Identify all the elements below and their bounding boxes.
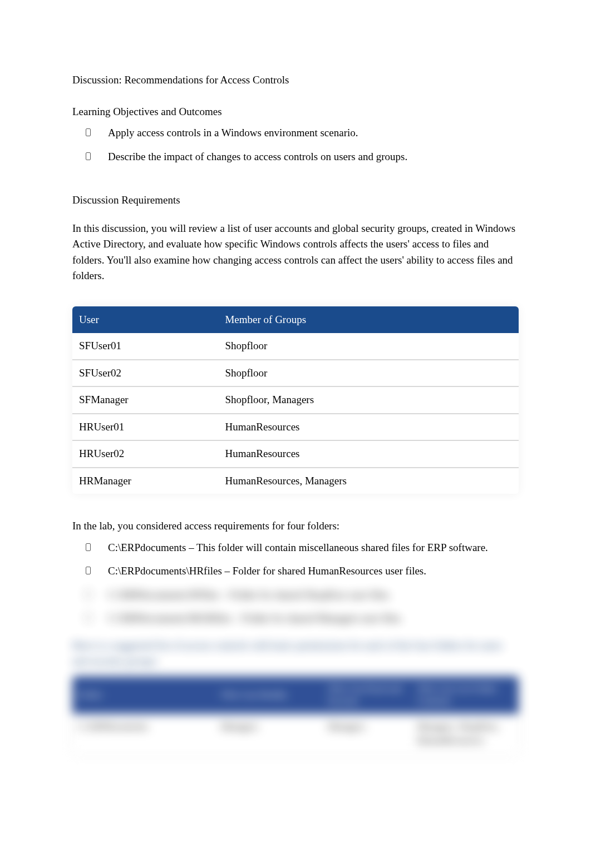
table-row: C:\ERPdocuments Managers Managers Manage… <box>72 714 519 753</box>
cell-user: HRUser01 <box>72 414 218 441</box>
permissions-table: Folder Who Can Modify Who Can Read and E… <box>72 676 519 753</box>
cell-folder: C:\ERPdocuments <box>72 714 215 753</box>
cell-modify: Managers <box>215 714 322 753</box>
column-header-groups: Member of Groups <box>218 306 519 334</box>
table-row: HRUser01 HumanResources <box>72 414 519 441</box>
cell-user: SFManager <box>72 386 218 414</box>
cell-list: Managers, Shopfloor, HumanResources <box>411 714 519 753</box>
list-item: Describe the impact of changes to access… <box>86 149 519 165</box>
cell-user: HRManager <box>72 468 218 494</box>
list-item: C:\ERPdocuments\SFfiles – Folder for sha… <box>86 587 519 603</box>
page-title: Discussion: Recommendations for Access C… <box>72 72 519 88</box>
blurred-paragraph: Here is a suggested list of access contr… <box>72 638 519 669</box>
table-header-row: User Member of Groups <box>72 306 519 334</box>
folder-list-blurred: C:\ERPdocuments\SFfiles – Folder for sha… <box>72 587 519 627</box>
blurred-content-region: C:\ERPdocuments\SFfiles – Folder for sha… <box>72 587 519 753</box>
cell-groups: Shopfloor <box>218 333 519 360</box>
cell-groups: Shopfloor, Managers <box>218 386 519 414</box>
column-header-modify: Who Can Modify <box>215 676 322 714</box>
table-row: SFManager Shopfloor, Managers <box>72 386 519 414</box>
column-header-list: Who Can List Folder Contents <box>411 676 519 714</box>
table-row: SFUser02 Shopfloor <box>72 360 519 387</box>
cell-user: HRUser02 <box>72 440 218 468</box>
cell-groups: HumanResources <box>218 440 519 468</box>
table-row: HRUser02 HumanResources <box>72 440 519 468</box>
column-header-read-execute: Who Can Read and Execute <box>322 676 411 714</box>
permissions-table-container: Folder Who Can Modify Who Can Read and E… <box>72 676 519 753</box>
user-groups-table-container: User Member of Groups SFUser01 Shopfloor… <box>72 306 519 494</box>
cell-groups: HumanResources <box>218 414 519 441</box>
objectives-list: Apply access controls in a Windows envir… <box>72 125 519 165</box>
table-header-row: Folder Who Can Modify Who Can Read and E… <box>72 676 519 714</box>
user-groups-table: User Member of Groups SFUser01 Shopfloor… <box>72 306 519 494</box>
section-heading-objectives: Learning Objectives and Outcomes <box>72 104 519 120</box>
column-header-folder: Folder <box>72 676 215 714</box>
cell-user: SFUser01 <box>72 333 218 360</box>
intro-paragraph: In this discussion, you will review a li… <box>72 221 519 284</box>
list-item: Apply access controls in a Windows envir… <box>86 125 519 141</box>
section-heading-requirements: Discussion Requirements <box>72 192 519 209</box>
lab-intro-paragraph: In the lab, you considered access requir… <box>72 518 519 534</box>
list-item: C:\ERPdocuments\HRfiles – Folder for sha… <box>86 563 519 579</box>
cell-groups: Shopfloor <box>218 360 519 387</box>
list-item: C:\ERPdocuments – This folder will conta… <box>86 540 519 556</box>
cell-user: SFUser02 <box>72 360 218 387</box>
table-row: SFUser01 Shopfloor <box>72 333 519 360</box>
table-row: HRManager HumanResources, Managers <box>72 468 519 494</box>
list-item: C:\ERPdocuments\MGRfiles – Folder for sh… <box>86 611 519 627</box>
folder-list: C:\ERPdocuments – This folder will conta… <box>72 540 519 579</box>
cell-groups: HumanResources, Managers <box>218 468 519 494</box>
column-header-user: User <box>72 306 218 334</box>
cell-read-execute: Managers <box>322 714 411 753</box>
